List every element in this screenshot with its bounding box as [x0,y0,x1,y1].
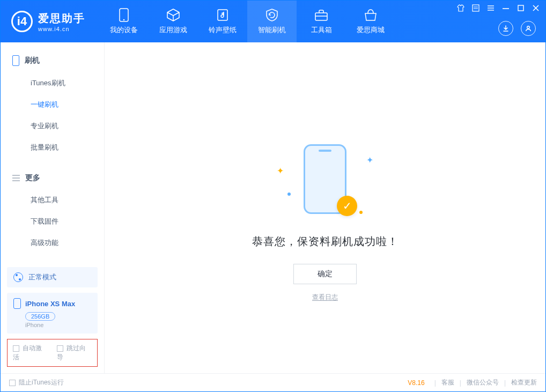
device-box[interactable]: iPhone XS Max 256GB iPhone [7,293,98,334]
download-button[interactable] [498,21,513,36]
main-tabs: 我的设备 应用游戏 铃声壁纸 智能刷机 工具箱 爱思商城 [99,1,395,42]
logo-icon: i4 [11,11,33,32]
sidebar-group-more: 更多 其他工具 下载固件 高级功能 [1,160,104,256]
sidebar: 刷机 iTunes刷机 一键刷机 专业刷机 批量刷机 更多 其他工具 下载固件 … [1,42,105,373]
tab-ringtone-wallpaper[interactable]: 铃声壁纸 [198,1,247,42]
tab-smart-flash[interactable]: 智能刷机 [247,1,297,42]
sidebar-item-advanced[interactable]: 高级功能 [1,232,104,254]
check-badge-icon: ✓ [337,196,357,216]
minimize-button[interactable] [501,4,510,12]
view-log-link[interactable]: 查看日志 [312,293,338,302]
sidebar-title-flash: 刷机 [1,52,104,69]
sidebar-item-batch-flash[interactable]: 批量刷机 [1,137,104,158]
status-bar: 阻止iTunes运行 V8.16 | 客服 | 微信公众号 | 检查更新 [1,373,545,391]
svg-rect-12 [518,5,523,11]
refresh-shield-icon [265,8,279,22]
tab-toolbox[interactable]: 工具箱 [297,1,346,42]
status-link-wechat[interactable]: 微信公众号 [467,378,499,387]
svg-point-15 [527,26,530,29]
block-itunes-checkbox[interactable]: 阻止iTunes运行 [9,378,64,387]
dot-icon [287,193,291,196]
mode-label: 正常模式 [28,272,56,282]
status-link-support[interactable]: 客服 [441,378,454,387]
sidebar-item-pro-flash[interactable]: 专业刷机 [1,115,104,137]
status-link-update[interactable]: 检查更新 [511,378,537,387]
device-capacity: 256GB [25,312,55,321]
device-subtitle: iPhone [25,322,91,328]
device-name: iPhone XS Max [25,300,75,308]
ok-button[interactable]: 确定 [293,264,357,284]
app-url: www.i4.cn [38,26,85,32]
success-illustration: ✦ ✦ ✓ [271,144,379,219]
success-message: 恭喜您，保资料刷机成功啦！ [252,234,399,249]
close-button[interactable] [532,4,540,12]
version-label: V8.16 [408,379,424,387]
list-icon[interactable] [486,4,495,12]
list-icon [12,175,20,181]
sidebar-title-more: 更多 [1,170,104,186]
device-icon [117,8,131,22]
user-button[interactable] [521,21,536,36]
app-name: 爱思助手 [38,11,85,26]
auto-activate-checkbox[interactable]: 自动激活 [13,344,48,362]
shirt-icon[interactable] [456,4,465,12]
skip-guide-checkbox[interactable]: 跳过向导 [57,344,92,362]
dot-icon [359,211,363,214]
app-body: 刷机 iTunes刷机 一键刷机 专业刷机 批量刷机 更多 其他工具 下载固件 … [1,42,545,373]
mode-box[interactable]: 正常模式 [7,267,98,287]
svg-rect-5 [473,5,479,11]
svg-rect-3 [315,13,327,20]
app-window: i4 爱思助手 www.i4.cn 我的设备 应用游戏 铃声壁纸 智能刷机 [0,0,546,392]
main-panel: ✦ ✦ ✓ 恭喜您，保资料刷机成功啦！ 确定 查看日志 [105,42,545,373]
titlebar: i4 爱思助手 www.i4.cn 我的设备 应用游戏 铃声壁纸 智能刷机 [1,1,545,42]
sidebar-item-one-click-flash[interactable]: 一键刷机 [1,94,104,115]
device-phone-icon [13,298,21,309]
sparkle-icon: ✦ [366,155,373,165]
cube-icon [166,8,180,22]
window-controls [456,4,540,12]
tab-my-device[interactable]: 我的设备 [99,1,149,42]
sidebar-item-itunes-flash[interactable]: iTunes刷机 [1,72,104,94]
menu-square-icon[interactable] [471,4,480,12]
mode-icon [13,272,23,282]
sparkle-icon: ✦ [277,166,284,176]
music-note-icon [216,8,230,22]
phone-outline-icon [12,55,19,66]
store-icon [364,8,378,22]
tab-apps-games[interactable]: 应用游戏 [149,1,198,42]
options-highlight-box: 自动激活 跳过向导 [7,339,98,367]
svg-point-1 [123,19,125,21]
sidebar-group-flash: 刷机 iTunes刷机 一键刷机 专业刷机 批量刷机 [1,42,104,160]
sidebar-item-other-tools[interactable]: 其他工具 [1,189,104,211]
sidebar-item-download-firmware[interactable]: 下载固件 [1,211,104,232]
tab-store[interactable]: 爱思商城 [346,1,395,42]
titlebar-actions [498,21,536,36]
maximize-button[interactable] [517,4,525,12]
toolbox-icon [314,8,328,22]
app-logo: i4 爱思助手 www.i4.cn [1,1,95,42]
